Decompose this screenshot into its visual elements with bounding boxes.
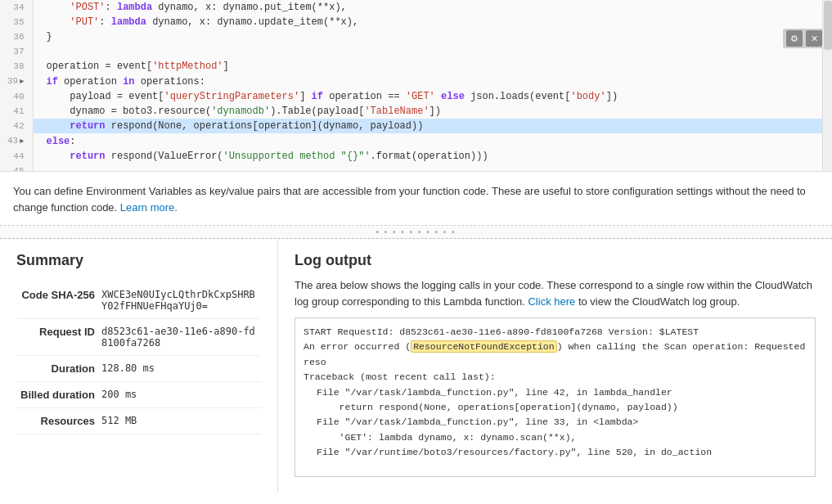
code-line [33, 164, 832, 172]
line-number: 43 [0, 133, 33, 149]
log-line: File "/var/runtime/boto3/resources/facto… [304, 445, 807, 460]
scrollbar-thumb[interactable] [824, 1, 832, 50]
code-line [33, 44, 832, 59]
summary-row-value: XWCE3eN0UIycLQthrDkCxpSHRBY02fFHNUeFHqaY… [98, 282, 261, 319]
line-number: 38 [0, 59, 33, 74]
summary-row: Duration128.80 ms [16, 356, 261, 382]
gear-button[interactable]: ⚙ [786, 30, 803, 47]
summary-row-value: 200 ms [98, 382, 261, 408]
divider-section: • • • • • • • • • • [0, 226, 832, 239]
log-line: START RequestId: d8523c61-ae30-11e6-a890… [304, 325, 807, 340]
log-title: Log output [295, 252, 816, 269]
line-number: 37 [0, 44, 33, 59]
summary-row-value: d8523c61-ae30-11e6-a890-fd8100fa7268 [98, 319, 261, 356]
log-desc-suffix: to view the CloudWatch log group. [578, 295, 740, 308]
summary-panel: Summary Code SHA-256XWCE3eN0UIycLQthrDkC… [0, 239, 278, 493]
summary-row-label: Code SHA-256 [16, 282, 98, 319]
line-number: 40 [0, 89, 33, 104]
code-line: 'PUT': lambda dynamo, x: dynamo.update_i… [33, 15, 832, 29]
code-line: else: [33, 133, 832, 149]
log-indent [304, 400, 310, 415]
line-number: 41 [0, 104, 33, 119]
summary-row-label: Request ID [16, 319, 98, 356]
summary-row: Request IDd8523c61-ae30-11e6-a890-fd8100… [16, 319, 261, 356]
code-line: dynamo = boto3.resource('dynamodb').Tabl… [33, 104, 832, 119]
log-description: The area below shows the logging calls i… [295, 277, 816, 309]
code-line: payload = event['queryStringParameters']… [33, 89, 832, 104]
summary-row: Billed duration200 ms [16, 382, 261, 408]
summary-row: Resources512 MB [16, 408, 261, 434]
log-output-box: START RequestId: d8523c61-ae30-11e6-a890… [295, 317, 816, 477]
log-text: File "/var/task/lambda_function.py", lin… [317, 415, 807, 430]
log-indent [304, 445, 310, 460]
log-line: return respond(None, operations[operatio… [304, 400, 807, 415]
summary-table: Code SHA-256XWCE3eN0UIycLQthrDkCxpSHRBY0… [16, 282, 261, 434]
code-line: } [33, 29, 832, 44]
log-text: return respond(None, operations[operatio… [317, 400, 807, 415]
summary-row: Code SHA-256XWCE3eN0UIycLQthrDkCxpSHRBY0… [16, 282, 261, 319]
code-line: return respond(None, operations[operatio… [33, 119, 832, 133]
log-panel: Log output The area below shows the logg… [278, 239, 832, 493]
bottom-container: Summary Code SHA-256XWCE3eN0UIycLQthrDkC… [0, 239, 832, 493]
line-number: 34 [0, 0, 33, 15]
log-line: Traceback (most recent call last): [304, 370, 807, 385]
log-indent [304, 415, 310, 430]
line-number: 36 [0, 29, 33, 44]
line-number: 39 [0, 74, 33, 89]
log-text: 'GET': lambda dynamo, x: dynamo.scan(**x… [317, 430, 807, 445]
log-line: An error occurred (ResourceNotFoundExcep… [304, 340, 807, 370]
summary-row-value: 512 MB [98, 408, 261, 434]
log-text: File "/var/task/lambda_function.py", lin… [317, 385, 807, 400]
code-line: if operation in operations: [33, 74, 832, 89]
summary-row-value: 128.80 ms [98, 356, 261, 382]
code-editor: 34 'POST': lambda dynamo, x: dynamo.put_… [0, 0, 832, 172]
log-highlight: ResourceNotFoundException [411, 340, 557, 353]
summary-row-label: Resources [16, 408, 98, 434]
code-table: 34 'POST': lambda dynamo, x: dynamo.put_… [0, 0, 832, 172]
close-button[interactable]: ✕ [806, 30, 822, 47]
summary-row-label: Duration [16, 356, 98, 382]
line-number: 44 [0, 149, 33, 164]
log-line: File "/var/task/lambda_function.py", lin… [304, 415, 807, 430]
code-line: 'POST': lambda dynamo, x: dynamo.put_ite… [33, 0, 832, 15]
log-indent [304, 385, 310, 400]
scrollbar-track[interactable] [822, 0, 832, 171]
line-number: 35 [0, 15, 33, 29]
log-line: File "/var/task/lambda_function.py", lin… [304, 385, 807, 400]
divider-dots: • • • • • • • • • • [376, 227, 456, 236]
line-number: 45 [0, 164, 33, 172]
code-line: operation = event['httpMethod'] [33, 59, 832, 74]
summary-row-label: Billed duration [16, 382, 98, 408]
log-line: 'GET': lambda dynamo, x: dynamo.scan(**x… [304, 430, 807, 445]
summary-title: Summary [16, 252, 261, 269]
code-overlay: ⚙ ✕ [783, 29, 825, 48]
code-line: return respond(ValueError('Unsupported m… [33, 149, 832, 164]
info-section: You can define Environment Variables as … [0, 172, 832, 226]
log-indent [304, 430, 310, 445]
line-number: 42 [0, 119, 33, 133]
cloudwatch-link[interactable]: Click here [528, 295, 575, 308]
log-text: An error occurred (ResourceNotFoundExcep… [304, 340, 807, 370]
learn-more-link[interactable]: Learn more. [120, 201, 178, 214]
log-text: File "/var/runtime/boto3/resources/facto… [317, 445, 807, 460]
log-text: START RequestId: d8523c61-ae30-11e6-a890… [304, 325, 807, 340]
log-text-after: ) when calling the Scan operation: Reque… [304, 341, 811, 367]
log-text: Traceback (most recent call last): [304, 370, 807, 385]
